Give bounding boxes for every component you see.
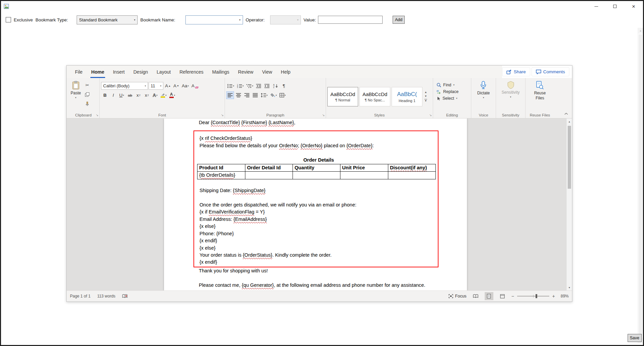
save-button[interactable]: Save: [628, 334, 642, 342]
find-button[interactable]: Find ▾: [436, 83, 459, 87]
line-spacing-button[interactable]: ▾: [260, 91, 269, 99]
close-button[interactable]: ✕: [624, 1, 643, 12]
select-button[interactable]: Select ▾: [436, 96, 459, 101]
font-name-combo[interactable]: Calibri (Body) ▾: [101, 82, 148, 90]
underline-button[interactable]: U▾: [118, 91, 126, 99]
sort-button[interactable]: AZ: [272, 82, 279, 90]
style-label: ¶ Normal: [335, 98, 350, 102]
superscript-button[interactable]: x2: [143, 91, 151, 99]
subscript-button[interactable]: x2: [135, 91, 142, 99]
value-input[interactable]: [318, 16, 383, 24]
document-page[interactable]: Dear {ContactTitle} {FirstName} {LastNam…: [164, 118, 467, 291]
strikethrough-button[interactable]: ab: [126, 91, 134, 99]
style-heading1[interactable]: AaBbC( Heading 1: [392, 87, 422, 106]
justify-button[interactable]: [251, 91, 259, 99]
align-right-button[interactable]: [243, 91, 251, 99]
bookmark-name-select[interactable]: ▾: [185, 15, 243, 24]
grow-font-button[interactable]: A▲: [164, 82, 172, 90]
change-case-button[interactable]: Aa▾: [181, 82, 190, 90]
align-center-button[interactable]: [235, 91, 242, 99]
tab-view[interactable]: View: [258, 66, 276, 78]
paste-button[interactable]: Paste ▾: [69, 79, 83, 111]
exclusive-checkbox[interactable]: [6, 17, 11, 22]
focus-icon: [449, 294, 453, 298]
styles-dialog-launcher[interactable]: ↘: [429, 114, 432, 117]
font-group-label: Font: [100, 113, 225, 117]
increase-indent-button[interactable]: [263, 82, 271, 90]
word-count[interactable]: 113 words: [97, 294, 115, 298]
tab-design[interactable]: Design: [129, 66, 152, 78]
sensitivity-button[interactable]: Sensitivity ▾: [499, 79, 521, 111]
read-mode-button[interactable]: [471, 292, 480, 300]
bold-button[interactable]: B: [101, 91, 109, 99]
tab-references[interactable]: References: [175, 66, 208, 78]
tab-insert[interactable]: Insert: [108, 66, 129, 78]
borders-button[interactable]: ▾: [278, 91, 287, 99]
operator-select[interactable]: ▾: [270, 15, 301, 24]
clipboard-dialog-launcher[interactable]: ↘: [96, 114, 98, 117]
format-painter-button[interactable]: [83, 100, 92, 108]
tab-mailings[interactable]: Mailings: [208, 66, 234, 78]
italic-button[interactable]: I: [109, 91, 117, 99]
app-scrollbar-thumb[interactable]: [639, 34, 642, 336]
bookmark-type-select[interactable]: Standard Bookmark ▾: [77, 15, 138, 24]
tab-home[interactable]: Home: [87, 66, 109, 78]
cut-button[interactable]: ✂: [83, 81, 92, 89]
share-button[interactable]: Share: [502, 67, 530, 76]
zoom-level[interactable]: 89%: [558, 294, 569, 298]
font-size-combo[interactable]: 11 ▾: [149, 82, 163, 90]
add-button[interactable]: Add: [393, 16, 405, 24]
tab-review[interactable]: Review: [234, 66, 258, 78]
document-scrollbar-thumb[interactable]: [568, 126, 571, 189]
styles-more-button[interactable]: ▼: [424, 99, 427, 102]
zoom-slider[interactable]: [517, 296, 549, 296]
show-marks-button[interactable]: ¶: [280, 82, 288, 90]
zoom-slider-thumb[interactable]: [536, 294, 537, 298]
shading-button[interactable]: ▾: [269, 91, 278, 99]
shrink-font-button[interactable]: A▼: [172, 82, 180, 90]
decrease-indent-button[interactable]: [255, 82, 263, 90]
minimize-button[interactable]: [587, 1, 606, 12]
web-layout-button[interactable]: [498, 292, 507, 300]
replace-button[interactable]: ab Replace: [436, 89, 459, 94]
clear-formatting-button[interactable]: A: [190, 82, 199, 90]
tab-file[interactable]: File: [71, 66, 87, 78]
font-dialog-launcher[interactable]: ↘: [221, 114, 224, 117]
collapse-ribbon-button[interactable]: [564, 110, 568, 116]
paragraph-dialog-launcher[interactable]: ↘: [322, 114, 325, 117]
multilevel-list-button[interactable]: ▾: [245, 82, 254, 90]
style-label: Heading 1: [399, 99, 415, 103]
page-indicator[interactable]: Page 1 of 1: [70, 294, 90, 298]
comments-button[interactable]: Comments: [532, 67, 569, 76]
dictate-button[interactable]: Dictate ▾: [475, 79, 492, 111]
style-preview: AaBbC(: [397, 91, 417, 98]
style-normal[interactable]: AaBbCcDd ¶ Normal: [327, 87, 358, 106]
scroll-up-icon[interactable]: ▲: [638, 28, 643, 33]
zoom-in-button[interactable]: +: [552, 293, 555, 299]
document-scrollbar[interactable]: ▲ ▼: [566, 118, 572, 291]
chevron-down-icon: ▾: [243, 85, 244, 87]
text-effects-button[interactable]: A▾: [151, 91, 159, 99]
app-icon: [4, 4, 9, 9]
style-no-spacing[interactable]: AaBbCcDd ¶ No Spac...: [359, 87, 390, 106]
styles-row-down-button[interactable]: ▼: [424, 95, 427, 98]
scroll-down-icon[interactable]: ▼: [567, 285, 572, 290]
styles-row-up-button[interactable]: ▲: [424, 91, 427, 94]
font-color-button[interactable]: A ▾: [168, 91, 176, 99]
print-layout-button[interactable]: [485, 292, 493, 300]
zoom-out-button[interactable]: −: [511, 293, 514, 299]
app-scrollbar[interactable]: ▲ ▼: [638, 28, 643, 343]
align-left-button[interactable]: [226, 91, 234, 99]
tab-layout[interactable]: Layout: [152, 66, 175, 78]
highlight-button[interactable]: ▾: [160, 91, 168, 99]
bullets-button[interactable]: ▾: [226, 82, 235, 90]
focus-button[interactable]: Focus: [449, 294, 467, 298]
copy-button[interactable]: [83, 90, 92, 99]
maximize-button[interactable]: [606, 1, 624, 12]
reuse-files-button[interactable]: Reuse Files: [528, 79, 552, 111]
exclusive-label: Exclusive: [14, 17, 33, 22]
scroll-up-icon[interactable]: ▲: [567, 119, 572, 124]
numbering-button[interactable]: 123 ▾: [236, 82, 245, 90]
proofing-errors-icon[interactable]: [122, 294, 128, 298]
tab-help[interactable]: Help: [276, 66, 295, 78]
